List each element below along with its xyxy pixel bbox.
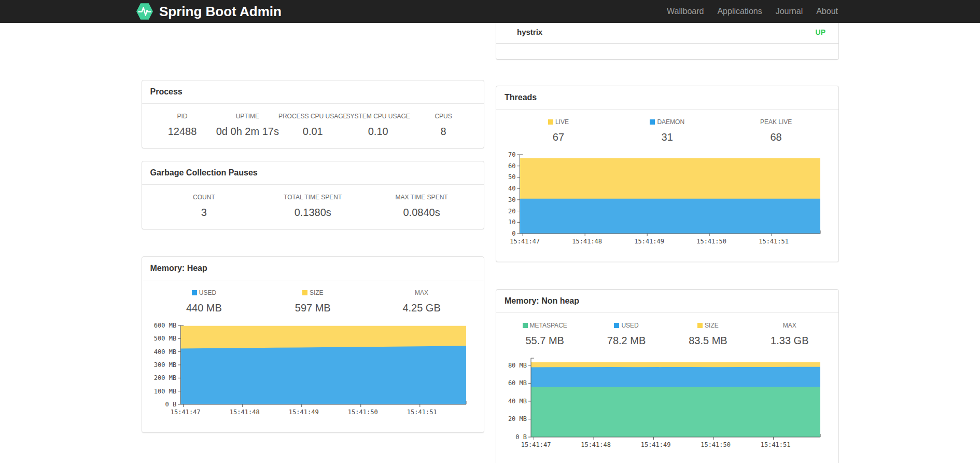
y-tick-label: 500 MB	[153, 335, 176, 342]
metric-label-text: MAX TIME SPENT	[396, 194, 448, 201]
status-badge: UP	[815, 28, 825, 36]
threads-panel-title: Threads	[496, 86, 838, 110]
nav-link-wallboard[interactable]: Wallboard	[660, 0, 710, 23]
metric-value: 12488	[150, 126, 215, 138]
metric-label-text: SIZE	[705, 322, 719, 329]
metric-label: PEAK LIVE	[722, 118, 831, 126]
x-tick-label: 15:41:47	[521, 441, 551, 448]
metric-metaspace: METASPACE55.7 MB	[504, 322, 585, 347]
y-tick-label: 10	[508, 219, 515, 226]
nav-link-applications[interactable]: Applications	[710, 0, 768, 23]
right-column: hystrix UP Threads LIVE67DAEMON31PEAK LI…	[496, 23, 839, 463]
metric-max: MAX4.25 GB	[367, 289, 476, 314]
metric-label: METASPACE	[504, 322, 585, 329]
legend-swatch-size	[302, 290, 307, 295]
gc-panel: Garbage Collection Pauses COUNT3TOTAL TI…	[142, 161, 485, 229]
metric-value: 83.5 MB	[667, 335, 749, 347]
process-metrics: PID12488UPTIME0d 0h 2m 17sPROCESS CPU US…	[150, 113, 477, 138]
area-used	[180, 346, 466, 404]
metric-live: LIVE67	[504, 118, 613, 143]
metric-label-text: SIZE	[310, 289, 324, 296]
x-tick-label: 15:41:48	[229, 408, 259, 416]
x-tick-label: 15:41:51	[759, 238, 789, 245]
metric-process-cpu-usage: PROCESS CPU USAGE0.01	[280, 113, 345, 138]
metric-system-cpu-usage: SYSTEM CPU USAGE0.10	[345, 113, 411, 138]
chart-svg-heap: 0 B100 MB200 MB300 MB400 MB500 MB600 MB1…	[151, 322, 468, 422]
metric-label: MAX	[749, 322, 830, 329]
x-tick-label: 15:41:48	[581, 441, 611, 448]
x-tick-label: 15:41:50	[347, 408, 377, 416]
legend-swatch-metaspace	[523, 323, 528, 328]
x-tick-label: 15:41:49	[288, 408, 318, 416]
brand-link[interactable]: Spring Boot Admin	[135, 3, 282, 20]
metric-value: 0.0840s	[367, 207, 476, 219]
metric-value: 4.25 GB	[367, 302, 476, 314]
y-tick-label: 60 MB	[508, 379, 527, 387]
memory-heap-panel: Memory: Heap USED440 MBSIZE597 MBMAX4.25…	[142, 256, 485, 433]
health-panel: hystrix UP	[496, 23, 839, 60]
y-tick-label: 40 MB	[508, 398, 527, 405]
y-tick-label: 200 MB	[153, 374, 176, 382]
nav-links: WallboardApplicationsJournalAbout	[660, 0, 845, 23]
metric-label-text: PEAK LIVE	[760, 118, 792, 126]
y-tick-label: 30	[508, 196, 515, 203]
left-column: Process PID12488UPTIME0d 0h 2m 17sPROCES…	[142, 23, 485, 433]
brand-title: Spring Boot Admin	[159, 4, 282, 20]
nav-link-journal[interactable]: Journal	[769, 0, 809, 23]
x-tick-label: 15:41:49	[634, 238, 664, 245]
metric-label-text: CPUS	[435, 113, 452, 120]
metric-size: SIZE83.5 MB	[667, 322, 749, 347]
metric-label: UPTIME	[215, 113, 280, 120]
area-daemon	[520, 199, 820, 234]
health-panel-padding	[496, 44, 838, 59]
area-metaspace	[531, 387, 820, 437]
legend-swatch-daemon	[650, 119, 655, 125]
x-tick-label: 15:41:51	[407, 408, 437, 416]
metric-label-text: UPTIME	[236, 113, 259, 120]
metric-label-text: METASPACE	[530, 322, 567, 329]
y-tick-label: 60	[508, 162, 515, 170]
metric-label-text: USED	[621, 322, 638, 329]
y-tick-label: 400 MB	[153, 348, 176, 356]
metric-daemon: DAEMON31	[613, 118, 722, 143]
health-application-name: hystrix	[517, 28, 542, 36]
navbar: Spring Boot Admin WallboardApplicationsJ…	[0, 0, 980, 23]
metric-value: 55.7 MB	[504, 335, 585, 347]
metric-value: 3	[150, 207, 259, 219]
threads-panel: Threads LIVE67DAEMON31PEAK LIVE68 010203…	[496, 86, 839, 262]
y-tick-label: 300 MB	[153, 361, 176, 369]
metric-label: PID	[150, 113, 215, 120]
y-tick-label: 0 B	[165, 401, 176, 408]
metric-value: 31	[613, 131, 722, 143]
y-tick-label: 0	[512, 230, 515, 237]
legend-swatch-used	[614, 323, 619, 328]
x-tick-label: 15:41:47	[170, 408, 200, 416]
metric-value: 67	[504, 131, 613, 143]
metric-label-text: MAX	[415, 289, 428, 296]
metric-cpus: CPUS8	[411, 113, 476, 138]
nav-link-about[interactable]: About	[809, 0, 845, 23]
metric-value: 0d 0h 2m 17s	[215, 126, 280, 138]
y-tick-label: 20	[508, 208, 515, 215]
metric-label-text: LIVE	[555, 118, 569, 126]
metric-label: SYSTEM CPU USAGE	[345, 113, 411, 120]
metric-peak-live: PEAK LIVE68	[722, 118, 831, 143]
metric-label-text: SYSTEM CPU USAGE	[346, 113, 410, 120]
memory-nonheap-metrics: METASPACE55.7 MBUSED78.2 MBSIZE83.5 MBMA…	[504, 322, 831, 347]
metric-label-text: PROCESS CPU USAGE	[278, 113, 347, 120]
metric-value: 78.2 MB	[585, 335, 667, 347]
metric-count: COUNT3	[150, 194, 259, 219]
y-tick-label: 0 B	[515, 433, 527, 441]
memory-heap-chart: 0 B100 MB200 MB300 MB400 MB500 MB600 MB1…	[150, 322, 477, 422]
y-tick-label: 50	[508, 173, 515, 181]
metric-label: USED	[150, 289, 259, 296]
metric-value: 597 MB	[258, 302, 367, 314]
process-panel-title: Process	[142, 80, 484, 104]
legend-swatch-live	[548, 119, 553, 125]
threads-metrics: LIVE67DAEMON31PEAK LIVE68	[504, 118, 831, 143]
gc-metrics: COUNT3TOTAL TIME SPENT0.1380sMAX TIME SP…	[150, 194, 477, 219]
metric-label-text: USED	[199, 289, 216, 296]
memory-heap-metrics: USED440 MBSIZE597 MBMAX4.25 GB	[150, 289, 477, 314]
legend-swatch-size	[697, 323, 703, 328]
metric-pid: PID12488	[150, 113, 215, 138]
